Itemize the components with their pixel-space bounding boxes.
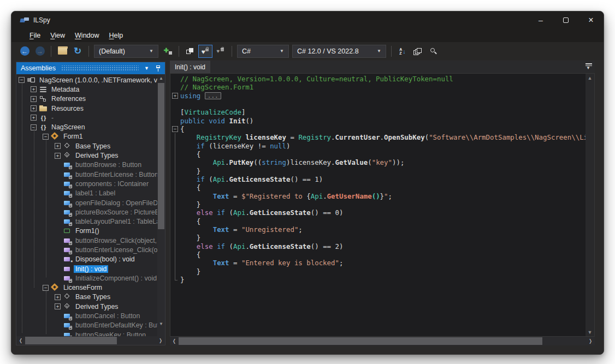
fold-margin[interactable] (170, 225, 180, 234)
editor-options-icon[interactable]: ▼ (584, 63, 593, 70)
tree-vscroll-thumb[interactable] (158, 83, 164, 229)
scroll-down-icon[interactable]: ▼ (586, 328, 594, 336)
scroll-down-icon[interactable]: ▼ (157, 320, 165, 327)
menu-window[interactable]: Window (70, 30, 104, 41)
editor-tab[interactable]: Init() : void (170, 61, 210, 73)
collapsed-usings[interactable]: ... (205, 92, 221, 99)
code-horizontal-scrollbar[interactable]: ❬ ❭ (170, 337, 595, 345)
tree-item-metadata[interactable]: +Metadata (16, 85, 157, 94)
fold-margin[interactable] (170, 200, 180, 208)
tree-item-nagscreen[interactable]: −{ }NagScreen (16, 122, 157, 132)
fold-margin[interactable] (170, 259, 180, 267)
fold-margin[interactable] (170, 175, 180, 183)
fold-margin[interactable] (170, 133, 180, 141)
tree-vertical-scrollbar[interactable]: ▲ ▼ (157, 74, 165, 336)
fold-margin[interactable] (170, 234, 180, 242)
pin-icon[interactable] (156, 65, 161, 71)
tree-expander-icon[interactable]: + (55, 143, 61, 149)
tree-item-initializecomponent[interactable]: InitializeComponent() : void (16, 273, 157, 283)
tree-expander-icon[interactable]: + (31, 105, 37, 111)
scroll-left-icon[interactable]: ❬ (16, 336, 25, 345)
assembly-list-combobox[interactable]: (Default) ▼ (94, 45, 158, 58)
fold-margin[interactable] (170, 100, 180, 108)
fold-margin[interactable] (170, 75, 180, 83)
show-internal-api-button[interactable]: ♥ (198, 45, 212, 58)
chevron-down-icon[interactable]: ▼ (144, 65, 149, 71)
tree-item-form1[interactable]: −Form1 (16, 132, 157, 141)
tree-item-references[interactable]: +References (16, 94, 157, 104)
fold-collapse-icon[interactable]: − (172, 126, 178, 132)
fold-margin[interactable] (170, 117, 180, 125)
manage-assembly-lists-button[interactable]: ✚ (161, 45, 175, 58)
collapse-tree-nodes-button[interactable] (411, 45, 425, 58)
tree-expander-icon[interactable]: − (43, 285, 49, 291)
tree-item-init[interactable]: Init() : void (16, 264, 157, 273)
menu-help[interactable]: Help (104, 30, 128, 41)
fold-margin[interactable] (170, 192, 180, 200)
fold-margin[interactable] (170, 183, 180, 192)
show-all-api-button[interactable]: ♥ (214, 45, 228, 58)
open-file-button[interactable] (55, 45, 69, 58)
fold-margin[interactable] (170, 108, 180, 116)
tree-item-buttonsavekey[interactable]: buttonSaveKey : Button (16, 330, 157, 336)
tree-item-form1[interactable]: Form1() (16, 226, 157, 236)
forward-button[interactable]: → (33, 45, 47, 58)
search-button[interactable] (426, 45, 440, 58)
tree-item-derived[interactable]: +Derived Types (16, 151, 157, 160)
fold-margin[interactable] (170, 250, 180, 259)
fold-margin[interactable] (170, 150, 180, 158)
menu-view[interactable]: View (45, 30, 70, 41)
tree-expander-icon[interactable]: + (31, 96, 37, 102)
scroll-left-icon[interactable]: ❬ (170, 337, 179, 345)
tree-item-openfiledialog[interactable]: openFileDialog : OpenFileDia (16, 198, 157, 207)
tree-item-buttoncancel[interactable]: buttonCancel : Button (16, 311, 157, 320)
tree-item-derived[interactable]: +Derived Types (16, 302, 157, 311)
minimize-button[interactable]: – (528, 11, 553, 29)
scroll-up-icon[interactable]: ▲ (157, 74, 165, 82)
tree-item-pictureboxsource[interactable]: pictureBoxSource : PictureBox (16, 207, 157, 217)
tree-expander-icon[interactable]: − (43, 134, 49, 140)
tree-item--[interactable]: +{ }- (16, 113, 157, 122)
fold-margin[interactable]: − (170, 125, 180, 133)
fold-margin[interactable] (170, 242, 180, 250)
tree-item-resources[interactable]: +Resources (16, 104, 157, 113)
fold-margin[interactable] (170, 83, 180, 91)
tree-item-buttonbrowse[interactable]: buttonBrowse : Button (16, 160, 157, 170)
scroll-right-icon[interactable]: ❭ (586, 337, 595, 345)
tree-item-buttonenterlicense_clickobje[interactable]: buttonEnterLicense_Click(obje (16, 245, 157, 254)
fold-margin[interactable]: + (170, 92, 180, 100)
tree-item-nagscreen[interactable]: −NagScreen (1.0.0.0, .NETFramework, v4.0 (16, 75, 157, 85)
code-editor[interactable]: // NagScreen, Version=1.0.0.0, Culture=n… (170, 73, 595, 337)
back-button[interactable]: ← (17, 45, 32, 58)
assemblies-panel-header[interactable]: Assemblies ▼ (16, 62, 165, 74)
tree-expander-icon[interactable]: + (55, 303, 61, 309)
assemblies-tree[interactable]: −NagScreen (1.0.0.0, .NETFramework, v4.0… (16, 74, 157, 336)
tree-item-buttonenterlicense[interactable]: buttonEnterLicense : Button (16, 170, 157, 179)
fold-margin[interactable] (170, 208, 180, 217)
tree-expander-icon[interactable]: − (19, 77, 25, 83)
tree-item-components[interactable]: components : IContainer (16, 179, 157, 188)
language-combobox[interactable]: C# ▼ (237, 45, 289, 58)
tree-item-buttonenterdefaultkey[interactable]: buttonEnterDefaultKey : Butto (16, 321, 157, 330)
menu-file[interactable]: File (25, 30, 45, 41)
language-version-combobox[interactable]: C# 12.0 / VS 2022.8 ▼ (292, 45, 386, 58)
scroll-right-icon[interactable]: ❭ (156, 336, 165, 345)
tree-item-base[interactable]: +Base Types (16, 141, 157, 151)
tree-expander-icon[interactable]: + (55, 294, 61, 300)
code-vertical-scrollbar[interactable]: ▲ ▼ (586, 74, 594, 336)
tree-item-base[interactable]: +Base Types (16, 293, 157, 302)
tree-expander-icon[interactable]: + (31, 115, 37, 121)
tree-item-tablelayoutpanel1[interactable]: tableLayoutPanel1 : TableLayo (16, 217, 157, 226)
fold-margin[interactable] (170, 217, 180, 225)
tree-item-licenseform[interactable]: −LicenseForm (16, 283, 157, 293)
refresh-button[interactable]: ↻ (70, 45, 85, 58)
tree-expander-icon[interactable]: + (31, 86, 37, 92)
fold-margin[interactable] (170, 267, 180, 276)
tree-horizontal-scrollbar[interactable]: ❬ ❭ (16, 336, 165, 345)
fold-margin[interactable] (170, 167, 180, 175)
fold-expand-icon[interactable]: + (172, 93, 178, 99)
tree-item-buttonbrowse_clickobject[interactable]: buttonBrowse_Click(object, E (16, 236, 157, 245)
maximize-button[interactable] (553, 11, 578, 29)
close-button[interactable]: × (578, 11, 604, 29)
tree-expander-icon[interactable]: + (55, 153, 61, 159)
